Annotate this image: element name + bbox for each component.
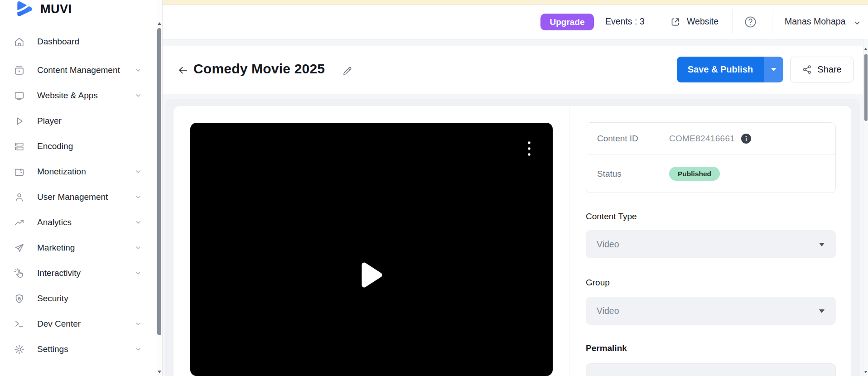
video-library-icon <box>14 65 25 76</box>
sidebar-item-settings[interactable]: Settings <box>0 337 157 362</box>
gear-icon <box>14 344 25 355</box>
external-link-icon <box>670 17 680 27</box>
content-id-row: Content ID COME82416661 <box>586 123 835 154</box>
chevron-down-icon <box>135 346 141 352</box>
scroll-up-arrow-icon[interactable] <box>158 22 161 25</box>
kebab-menu-icon[interactable] <box>527 141 531 157</box>
sidebar-item-label: Security <box>37 294 68 304</box>
content-type-select[interactable]: Video <box>586 230 836 258</box>
scroll-down-arrow-icon[interactable] <box>158 371 161 373</box>
muvi-logo[interactable]: MUVI <box>14 0 72 19</box>
play-button-icon[interactable] <box>358 260 385 290</box>
trending-up-icon <box>14 217 25 228</box>
chevron-down-icon <box>135 245 141 251</box>
sidebar-item-label: Dashboard <box>37 37 79 47</box>
sidebar-scrollbar[interactable] <box>157 0 163 376</box>
sidebar-nav: DashboardContent ManagementWebsite & App… <box>0 29 157 362</box>
chevron-down-icon <box>135 270 141 276</box>
group-select[interactable]: Video <box>586 297 836 325</box>
sidebar-item-label: Settings <box>37 344 68 354</box>
play-outline-icon <box>14 116 25 127</box>
header-divider <box>732 10 733 34</box>
scroll-up-arrow-icon[interactable] <box>864 48 867 50</box>
page-title: Comedy Movie 2025 <box>193 61 325 77</box>
chevron-down-icon <box>135 194 141 200</box>
sidebar-item-dev-center[interactable]: Dev Center <box>0 311 157 337</box>
sidebar-scrollbar-thumb[interactable] <box>157 28 161 335</box>
pencil-icon[interactable] <box>342 65 353 77</box>
shield-lock-icon <box>14 293 25 304</box>
chevron-down-icon <box>135 321 141 327</box>
sidebar-item-label: Analytics <box>37 217 72 227</box>
upgrade-button[interactable]: Upgrade <box>540 14 594 30</box>
terminal-icon <box>14 318 25 330</box>
status-row: Status Published <box>586 155 835 193</box>
help-circle-icon[interactable] <box>744 15 757 29</box>
sidebar-item-analytics[interactable]: Analytics <box>0 210 157 235</box>
caret-down-icon <box>771 68 776 71</box>
permalink-input[interactable] <box>586 363 836 376</box>
sidebar-item-marketing[interactable]: Marketing <box>0 235 157 260</box>
share-nodes-icon <box>802 64 812 75</box>
share-button[interactable]: Share <box>790 57 854 82</box>
sidebar-item-player[interactable]: Player <box>0 108 157 134</box>
chevron-down-icon <box>135 169 141 175</box>
top-banner <box>163 0 868 5</box>
back-arrow-icon[interactable] <box>177 64 189 76</box>
muvi-logo-icon <box>14 0 35 19</box>
sidebar-item-label: Marketing <box>37 243 75 253</box>
caret-down-icon <box>819 243 825 246</box>
content-id-value: COME82416661 <box>669 134 735 144</box>
sidebar-item-label: User Management <box>37 192 108 202</box>
chevron-down-icon <box>135 92 141 99</box>
sidebar-item-label: Interactivity <box>37 268 81 278</box>
info-icon[interactable] <box>741 134 751 144</box>
sidebar-item-label: Player <box>37 116 62 126</box>
website-link[interactable]: Website <box>687 16 719 27</box>
sidebar-item-label: Dev Center <box>37 319 81 329</box>
chevron-down-icon <box>853 19 861 27</box>
content-type-label: Content Type <box>586 212 637 222</box>
content-id-label: Content ID <box>597 134 669 144</box>
sidebar-item-label: Encoding <box>37 141 73 151</box>
video-player[interactable] <box>190 123 553 376</box>
brand-name: MUVI <box>40 2 72 16</box>
page-scrollbar[interactable] <box>863 39 868 376</box>
scroll-down-arrow-icon[interactable] <box>864 371 867 373</box>
sidebar-item-label: Content Management <box>37 65 120 75</box>
content-card: Content ID COME82416661 Status Publish <box>174 106 851 376</box>
user-menu[interactable]: Manas Mohapa <box>785 16 845 27</box>
sidebar-item-content-management[interactable]: Content Management <box>0 58 157 83</box>
save-publish-button[interactable]: Save & Publish <box>677 57 764 82</box>
content-wrapper: Content ID COME82416661 Status Publish <box>165 99 860 376</box>
monitor-icon <box>14 90 25 101</box>
sidebar-item-dashboard[interactable]: Dashboard <box>0 29 157 54</box>
sidebar-item-security[interactable]: Security <box>0 286 157 311</box>
chevron-down-icon <box>135 219 141 226</box>
header-divider <box>772 10 772 34</box>
content-id-card: Content ID COME82416661 Status Publish <box>586 122 836 193</box>
sidebar-item-monetization[interactable]: Monetization <box>0 159 157 184</box>
title-bar: Comedy Movie 2025 Save & Publish Share <box>163 46 868 94</box>
top-header: Upgrade Events : 3 Website Manas Mohapa <box>163 5 868 39</box>
pane-divider <box>569 106 569 376</box>
group-value: Video <box>597 306 619 316</box>
sidebar-item-interactivity[interactable]: Interactivity <box>0 260 157 286</box>
sidebar-divider <box>5 56 151 56</box>
share-button-label: Share <box>817 64 841 75</box>
hand-tap-icon <box>14 268 25 279</box>
status-label: Status <box>597 169 669 179</box>
main-area: Upgrade Events : 3 Website Manas Mohapa <box>163 0 868 376</box>
sidebar-item-label: Website & Apps <box>37 91 98 101</box>
sidebar: MUVI DashboardContent ManagementWebsite … <box>0 0 157 376</box>
details-panel: Content ID COME82416661 Status Publish <box>586 122 836 193</box>
events-counter[interactable]: Events : 3 <box>605 16 645 27</box>
sidebar-item-user-management[interactable]: User Management <box>0 184 157 210</box>
page-scrollbar-thumb[interactable] <box>864 54 868 121</box>
caret-down-icon <box>819 309 825 313</box>
save-options-dropdown-button[interactable] <box>764 57 783 82</box>
group-label: Group <box>586 278 610 288</box>
sidebar-item-website-apps[interactable]: Website & Apps <box>0 83 157 108</box>
content-type-value: Video <box>597 239 619 250</box>
sidebar-item-encoding[interactable]: Encoding <box>0 134 157 159</box>
